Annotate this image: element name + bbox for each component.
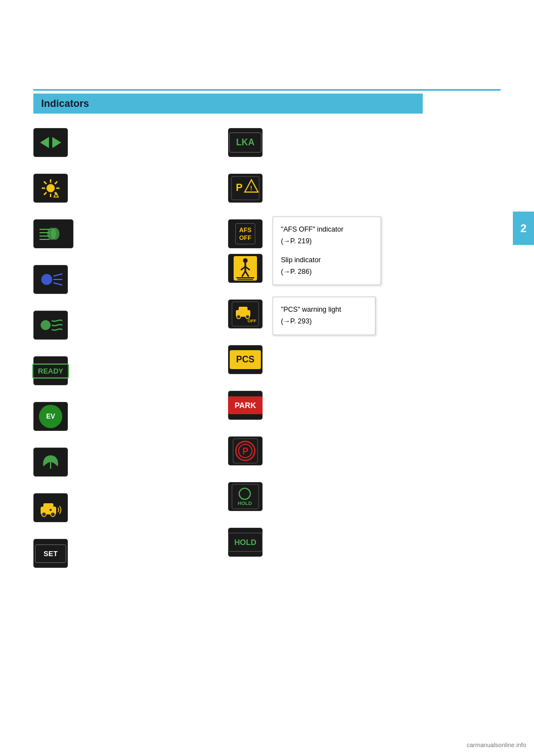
tooltip-slip-line1: Slip indicator (281, 254, 373, 266)
indicator-lka: LKA (228, 128, 451, 157)
indicator-camera (33, 493, 178, 522)
tooltip-afs-line2: (→P. 219) (281, 235, 373, 247)
indicator-eco (33, 448, 178, 477)
ev-box-container: EV (33, 402, 68, 431)
pcircle-box-container: P (228, 436, 263, 465)
svg-point-29 (51, 512, 55, 517)
pcs-text: PCS (230, 350, 261, 369)
svg-text:P: P (243, 446, 249, 456)
svg-line-7 (55, 181, 58, 184)
indicator-holdsolid: HOLD (228, 528, 451, 557)
arrow-indicator (40, 137, 61, 148)
section-header: Indicators (33, 94, 423, 114)
afsoff-text: AFSOFF (235, 223, 255, 245)
slip-box-container (228, 254, 263, 283)
indicator-pcs: PCS (228, 345, 451, 374)
highbeam-box (33, 265, 68, 294)
svg-line-24 (53, 283, 62, 285)
ev-icon: EV (39, 405, 62, 428)
headlight-icon (37, 224, 70, 244)
svg-text:!: ! (250, 185, 253, 192)
right-column: LKA P ! AFSOFF (228, 128, 451, 573)
turn-signal-box (33, 128, 68, 157)
indicator-holdcircle: HOLD (228, 482, 451, 511)
set-text: SET (35, 544, 66, 563)
tooltip-slip-line2: (→P. 286) (281, 266, 373, 278)
ready-box-container: READY (33, 356, 68, 385)
caroff-box-container: OFF (228, 300, 263, 328)
lka-box-container: LKA (228, 128, 263, 157)
afsoff-tooltip: "AFS OFF" indicator (→P. 219) Slip indic… (273, 217, 381, 285)
indicator-pcircle: P (228, 436, 451, 465)
svg-point-21 (41, 274, 52, 285)
top-line (33, 89, 501, 91)
pcircle-icon: P (233, 438, 258, 464)
watermark-text: carmanualsonline.info (467, 742, 526, 748)
indicator-park: PARK (228, 391, 451, 420)
svg-text:OFF: OFF (248, 318, 256, 323)
tooltip-afs-line1: "AFS OFF" indicator (281, 224, 373, 235)
left-column: ! (33, 128, 178, 585)
svg-point-36 (243, 258, 248, 263)
frontfog-icon (38, 315, 63, 335)
indicator-ready: READY (33, 356, 178, 385)
lka-text: LKA (229, 132, 262, 153)
frontfog-box (33, 311, 68, 340)
svg-line-8 (44, 193, 47, 195)
sun-icon: ! (41, 178, 61, 198)
eco-box (33, 448, 68, 477)
holdcircle-icon: HOLD (231, 484, 259, 509)
indicator-pma: P ! (228, 174, 451, 203)
svg-point-20 (51, 228, 60, 240)
pma-icon: P ! (230, 175, 260, 201)
afsoff-box-container: AFSOFF (228, 219, 263, 248)
indicator-ev: EV (33, 402, 178, 431)
park-text: PARK (228, 396, 263, 414)
tooltip-pcs-line1: "PCS" warning light (281, 304, 367, 316)
set-box-container: SET (33, 539, 68, 568)
eco-icon (39, 452, 62, 472)
indicator-highbeam (33, 265, 178, 294)
svg-text:HOLD: HOLD (238, 500, 252, 506)
svg-rect-27 (43, 503, 53, 509)
sun-box: ! (33, 174, 68, 203)
svg-point-25 (41, 320, 51, 330)
tooltip-spacer (281, 248, 373, 254)
pcs-box-container: PCS (228, 345, 263, 374)
camera-box (33, 493, 68, 522)
indicator-caroff: OFF "PCS" warning light (→P. 293) (228, 300, 451, 328)
svg-point-30 (50, 509, 52, 511)
holdsolid-box-container: HOLD (228, 528, 263, 557)
page-container: Indicators 2 (0, 0, 534, 756)
side-tab-number: 2 (513, 212, 534, 245)
indicator-afsoff: AFSOFF "AFS OFF" indicator (→P. 219) Sli… (228, 219, 451, 248)
arrow-right-icon (52, 137, 61, 148)
indicator-frontfog (33, 311, 178, 340)
arrow-left-icon (40, 137, 49, 148)
svg-line-22 (53, 274, 62, 276)
indicator-headlights (33, 219, 178, 248)
svg-point-28 (42, 512, 46, 517)
ready-text: READY (32, 364, 69, 379)
slip-icon (233, 256, 258, 281)
section-title: Indicators (41, 98, 89, 110)
indicator-turn-signal (33, 128, 178, 157)
pma-box-container: P ! (228, 174, 263, 203)
tooltip-pcs-line2: (→P. 293) (281, 316, 367, 327)
indicator-set: SET (33, 539, 178, 568)
svg-point-0 (47, 184, 55, 192)
park-box-container: PARK (228, 391, 263, 420)
headlight-box (33, 219, 73, 248)
highbeam-icon (38, 269, 63, 289)
pcs-tooltip: "PCS" warning light (→P. 293) (273, 297, 375, 335)
indicator-sun: ! (33, 174, 178, 203)
holdcircle-box-container: HOLD (228, 482, 263, 511)
camera-icon (38, 498, 63, 518)
svg-point-47 (237, 315, 241, 319)
svg-text:P: P (236, 182, 243, 193)
holdsolid-text: HOLD (228, 533, 263, 552)
svg-rect-46 (239, 307, 248, 312)
caroff-icon: OFF (231, 301, 259, 327)
svg-line-5 (44, 181, 47, 184)
